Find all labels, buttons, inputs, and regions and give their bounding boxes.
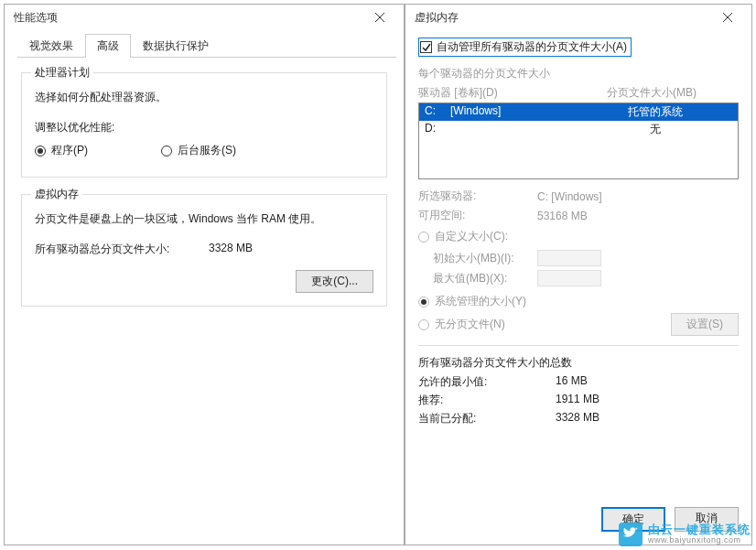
drive-row[interactable]: C: [Windows] 托管的系统 [419,103,738,121]
radio-label: 程序(P) [51,143,88,158]
tab-advanced[interactable]: 高级 [85,34,131,58]
drive-row[interactable]: D: 无 [419,121,738,138]
drive-list-header: 驱动器 [卷标](D) 分页文件大小(MB) [418,85,739,101]
close-button[interactable] [709,7,746,27]
selected-drive-value: C: [Windows] [537,190,739,203]
radio-system-managed: 系统管理的大小(Y) [418,294,739,309]
radio-custom-size: 自定义大小(C): [418,229,739,244]
checkbox-label: 自动管理所有驱动器的分页文件大小(A) [437,39,627,55]
min-allowed-value: 16 MB [556,374,588,390]
radio-icon [418,297,429,307]
totals-header: 所有驱动器分页文件大小的总数 [418,355,739,371]
radio-background-services[interactable]: 后台服务(S) [161,143,236,158]
group-legend: 虚拟内存 [31,187,82,202]
drive-value: 无 [578,122,732,137]
set-button: 设置(S) [671,313,739,336]
total-paging-label: 所有驱动器总分页文件大小: [35,242,209,257]
radio-icon [418,232,429,243]
drive-label [450,122,578,137]
performance-options-dialog: 性能选项 视觉效果 高级 数据执行保护 处理器计划 选择如何分配处理器资源。 调… [4,4,405,545]
dialog-content: 自动管理所有驱动器的分页文件大小(A) 每个驱动器的分页文件大小 驱动器 [卷标… [405,30,751,438]
vm-desc: 分页文件是硬盘上的一块区域，Windows 当作 RAM 使用。 [35,211,373,227]
total-paging-value: 3328 MB [209,242,373,257]
radio-programs[interactable]: 程序(P) [35,143,88,158]
checkbox-icon [420,41,432,53]
current-value: 3328 MB [556,411,599,426]
drive-letter: D: [425,122,450,137]
recommended-value: 1911 MB [556,393,599,408]
change-button[interactable]: 更改(C)... [296,270,373,293]
initial-size-row: 初始大小(MB)(I): [418,250,739,266]
tab-visual-effects[interactable]: 视觉效果 [17,34,85,58]
group-legend: 处理器计划 [31,65,93,81]
col-drive: 驱动器 [卷标](D) [418,85,565,101]
selected-drive-row: 所选驱动器: C: [Windows] [418,189,739,204]
dialog-footer: 确定 取消 [405,500,751,539]
tab-content: 处理器计划 选择如何分配处理器资源。 调整以优化性能: 程序(P) 后台服务(S… [5,58,404,332]
adjust-label: 调整以优化性能: [35,120,373,135]
close-icon [375,13,384,22]
drive-letter: C: [425,104,450,120]
recommended-label: 推荐: [418,393,556,408]
titlebar: 虚拟内存 [405,5,751,30]
close-button[interactable] [362,7,398,27]
tab-dep[interactable]: 数据执行保护 [131,34,221,58]
max-size-input [537,270,601,286]
total-paging-row: 所有驱动器总分页文件大小: 3328 MB [35,242,373,257]
radio-label: 无分页文件(N) [435,317,505,332]
max-size-row: 最大值(MB)(X): [418,270,739,286]
initial-size-input [537,250,601,266]
close-icon [723,13,732,22]
processor-scheduling-group: 处理器计划 选择如何分配处理器资源。 调整以优化性能: 程序(P) 后台服务(S… [21,72,387,178]
drive-listbox[interactable]: C: [Windows] 托管的系统 D: 无 [418,102,739,179]
radio-label: 系统管理的大小(Y) [435,294,526,309]
max-size-label: 最大值(MB)(X): [418,271,537,286]
radio-no-paging: 无分页文件(N) [418,317,671,332]
drive-label: [Windows] [450,104,578,120]
titlebar: 性能选项 [5,5,404,30]
virtual-memory-dialog: 虚拟内存 自动管理所有驱动器的分页文件大小(A) 每个驱动器的分页文件大小 驱动… [405,4,752,545]
cancel-button[interactable]: 取消 [675,507,739,532]
drive-value: 托管的系统 [578,104,732,120]
virtual-memory-group: 虚拟内存 分页文件是硬盘上的一块区域，Windows 当作 RAM 使用。 所有… [21,194,387,307]
radio-icon [161,146,172,156]
dialog-title: 虚拟内存 [415,10,459,26]
free-space-row: 可用空间: 53168 MB [418,208,739,223]
radio-label: 自定义大小(C): [435,229,508,244]
col-size: 分页文件大小(MB) [565,85,739,101]
radio-icon [418,319,429,330]
totals-section: 允许的最小值: 16 MB 推荐: 1911 MB 当前已分配: 3328 MB [418,374,739,426]
current-label: 当前已分配: [418,411,556,426]
dialog-title: 性能选项 [14,10,58,26]
min-allowed-label: 允许的最小值: [418,374,556,390]
per-drive-label: 每个驱动器的分页文件大小 [418,66,739,81]
tab-bar: 视觉效果 高级 数据执行保护 [17,34,396,58]
radio-label: 后台服务(S) [178,143,236,158]
auto-manage-checkbox[interactable]: 自动管理所有驱动器的分页文件大小(A) [418,38,632,57]
radio-icon [35,146,46,156]
selected-drive-label: 所选驱动器: [418,189,537,204]
ok-button[interactable]: 确定 [601,507,665,532]
free-space-value: 53168 MB [537,210,739,222]
initial-size-label: 初始大小(MB)(I): [418,251,537,266]
processor-desc: 选择如何分配处理器资源。 [35,90,373,105]
free-space-label: 可用空间: [418,208,537,223]
